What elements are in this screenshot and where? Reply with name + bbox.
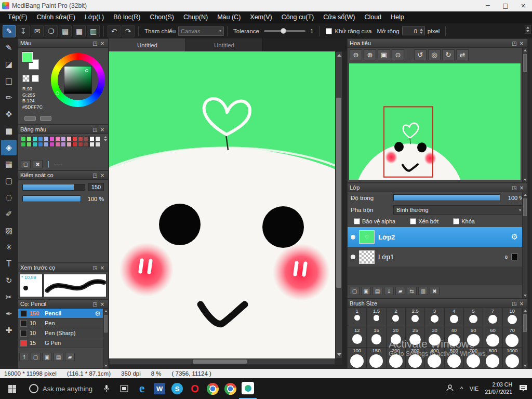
text-tool[interactable]: T [1, 256, 17, 272]
brush-size-option[interactable]: 500 [445, 348, 464, 368]
lasso-tool[interactable]: ◌ [1, 190, 17, 205]
duplicate-layer-button[interactable]: ▣ [361, 287, 371, 295]
rotate-cw-button[interactable]: ↻ [442, 49, 455, 60]
palette-swatch[interactable] [38, 136, 43, 141]
zoom-100-button[interactable]: ⊙ [392, 49, 404, 60]
pencil-tool[interactable]: ✏ [1, 90, 17, 105]
select-tool[interactable]: ▢ [1, 173, 17, 189]
menu-select[interactable]: Chọn(S) [145, 11, 179, 23]
magic-wand-tool[interactable]: ✳ [1, 240, 17, 255]
taskbar-search[interactable]: Ask me anything [24, 378, 98, 399]
brush-size-slider[interactable] [22, 184, 85, 191]
taskbar-app-chrome-1[interactable] [204, 378, 221, 399]
menu-color[interactable]: Màu (C) [212, 11, 245, 23]
palette-swatch[interactable] [95, 136, 100, 141]
color-mode-tab-1[interactable] [24, 116, 36, 121]
brush-size-option[interactable]: 200 [387, 348, 406, 368]
flip-horizontal-button[interactable]: ⇄ [456, 49, 469, 60]
brush-size-option[interactable]: 700 [464, 348, 483, 368]
palette-scroll-spinner[interactable] [104, 136, 107, 141]
palette-swatch[interactable] [32, 136, 37, 141]
menu-view[interactable]: Xem(V) [245, 11, 276, 23]
copy-layer-button[interactable]: ▤ [373, 287, 382, 295]
brush-size-option[interactable]: 25 [406, 327, 425, 348]
color-mode-tab-2[interactable] [40, 116, 51, 121]
close-icon[interactable]: × [99, 301, 106, 307]
foreground-color-swatch[interactable] [22, 52, 33, 62]
expand-spinner[interactable] [419, 29, 424, 34]
brush-size-option[interactable]: 5 [464, 308, 483, 327]
layer-row-lop2[interactable]: ♡ Lớp2 ⚙ [348, 227, 522, 247]
redo-button[interactable]: ↷ [122, 25, 135, 37]
close-icon[interactable]: × [99, 172, 106, 178]
layer-visibility-icon[interactable] [351, 255, 355, 259]
save-brush-button[interactable]: ▤ [54, 353, 63, 361]
panels-button[interactable]: ▥ [87, 25, 100, 37]
menu-capture[interactable]: Chụp(N) [179, 11, 212, 23]
popout-icon[interactable]: ◳ [511, 301, 518, 307]
brush-item-pen-sharp[interactable]: 10 Pen (Sharp) [18, 328, 103, 338]
expand-input[interactable]: 0 [402, 26, 425, 35]
fit-screen-button[interactable]: ▣ [378, 49, 390, 60]
close-icon[interactable]: × [518, 301, 525, 307]
navigator-preview[interactable] [349, 63, 521, 180]
gradient-tool[interactable]: ▦ [1, 156, 17, 172]
menu-tools[interactable]: Công cụ(T) [277, 11, 319, 23]
brush-folder-button[interactable]: ▰ [65, 353, 75, 361]
menu-window[interactable]: Cửa sổ(W) [318, 11, 360, 23]
move-tool[interactable]: ✥ [1, 107, 17, 122]
toolbar-overflow-scroll[interactable] [525, 25, 531, 34]
brush-size-option[interactable]: 400 [425, 348, 444, 368]
minimize-button[interactable]: ─ [479, 1, 497, 11]
palette-swatch[interactable] [32, 142, 37, 147]
brush-move-up-button[interactable]: ↑ [19, 353, 29, 361]
select-eraser-tool[interactable]: ▨ [1, 223, 17, 238]
brush-item-pen[interactable]: 10 Pen [18, 318, 103, 328]
close-icon[interactable]: × [99, 41, 106, 46]
menu-cloud[interactable]: Cloud [360, 11, 386, 23]
transfer-layer-button[interactable]: ⇆ [407, 287, 417, 295]
close-icon[interactable]: × [99, 265, 106, 271]
taskbar-app-chrome-2[interactable] [221, 378, 239, 399]
palette-swatch[interactable] [89, 142, 95, 147]
tab-untitled-2[interactable]: Untitled [186, 38, 263, 51]
save-button[interactable]: ↧ [17, 25, 30, 37]
brush-size-option[interactable]: 7 [483, 308, 502, 327]
popout-icon[interactable]: ◳ [91, 127, 99, 132]
palette-swatch[interactable] [21, 136, 26, 141]
palette-swatch[interactable] [21, 142, 26, 147]
palette-swatch[interactable] [72, 136, 77, 141]
combine-layer-button[interactable]: ▥ [418, 287, 428, 295]
taskbar-app-skype[interactable]: S [168, 378, 186, 399]
brush-size-option[interactable]: 20 [387, 327, 406, 348]
blend-mode-select[interactable]: Bình thường ▾ [393, 205, 524, 215]
zoom-out-button[interactable]: ⊖ [350, 49, 362, 60]
close-icon[interactable]: × [518, 185, 525, 191]
brush-size-option[interactable]: 2 [387, 308, 406, 327]
brush-size-option[interactable]: 1 [348, 308, 367, 327]
add-color-button[interactable]: ▢ [21, 160, 31, 168]
new-layer-button[interactable]: ▢ [350, 287, 360, 295]
palette-swatch[interactable] [61, 136, 66, 141]
language-indicator[interactable]: VIE [470, 385, 479, 392]
popout-icon[interactable]: ◳ [511, 185, 518, 191]
brush-size-option[interactable]: 300 [406, 348, 425, 368]
brush-size-option[interactable]: 60 [483, 327, 502, 348]
taskbar-app-edge[interactable]: e [133, 378, 151, 399]
transparent-color-swatch[interactable] [22, 75, 30, 82]
show-hidden-icons-button[interactable]: ^ [460, 385, 463, 393]
close-icon[interactable]: × [518, 41, 525, 46]
brush-item-g-pen[interactable]: 15 G Pen [18, 338, 103, 348]
layer-opacity-slider[interactable] [393, 194, 500, 201]
reference-select[interactable]: Canvas ▾ [178, 26, 224, 36]
new-brush-button[interactable]: ▢ [31, 353, 41, 361]
close-icon[interactable]: × [99, 127, 106, 132]
alpha-protect-checkbox[interactable] [354, 218, 360, 224]
menu-edit[interactable]: Chỉnh sửa(E) [32, 11, 80, 23]
brush-size-option[interactable]: 15 [367, 327, 386, 348]
brush-size-option[interactable]: 800 [483, 348, 502, 368]
eyedropper-tool[interactable]: ✒ [1, 306, 17, 322]
task-view-button[interactable] [115, 378, 133, 399]
palette-swatch[interactable] [38, 142, 43, 147]
canvas-horizontal-scrollbar[interactable] [109, 358, 335, 365]
